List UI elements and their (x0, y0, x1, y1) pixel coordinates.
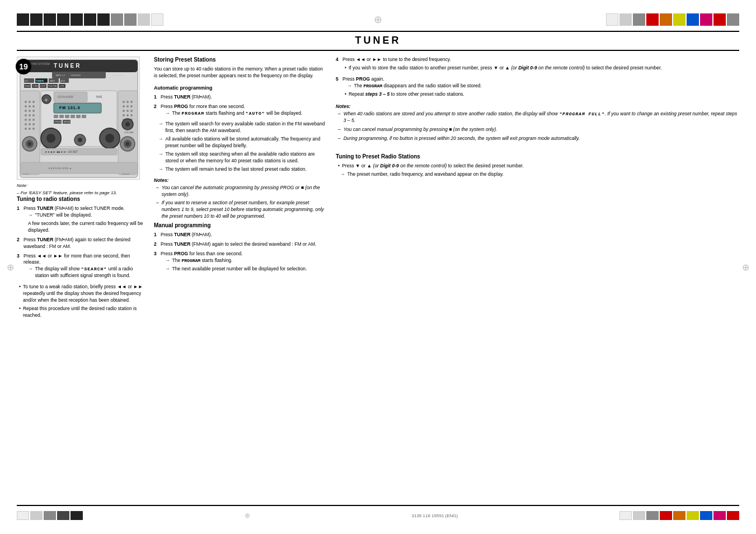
device-svg: MINI HiFi SYSTEM TUNER CD 1-2-3 FM-AM TA… (17, 57, 140, 180)
top-decoration: ⊕ (17, 11, 739, 28)
auto-arrow-2: → All available radio stations will be s… (154, 136, 327, 149)
svg-text:AUX: AUX (60, 79, 65, 82)
svg-text:TUNER: TUNER (54, 63, 81, 69)
svg-point-48 (29, 128, 31, 130)
svg-point-29 (25, 101, 27, 103)
svg-text:▼  A.VOL  EQ  LEVEL  ▲: ▼ A.VOL EQ LEVEL ▲ (48, 167, 72, 170)
svg-point-54 (123, 105, 125, 107)
decor-block (84, 13, 96, 26)
svg-text:FM 101.0: FM 101.0 (59, 106, 81, 110)
svg-point-31 (32, 101, 35, 103)
svg-text:⏻: ⏻ (45, 98, 48, 101)
manual-notes-label: Notes: (336, 104, 739, 109)
top-left-blocks (17, 13, 163, 26)
page-title: TUNER (17, 35, 739, 51)
auto-step-arrow: → The PROGRAM starts flashing and "AUTO"… (161, 110, 302, 117)
tuning-step-2: 2 Press TUNER (FM•AM) again to select th… (17, 237, 145, 250)
tuning-steps-list: 1 Press TUNER (FM•AM) to select TUNER mo… (17, 205, 145, 281)
tuning-heading: Tuning to radio stations (17, 196, 145, 202)
decor-block (633, 13, 645, 26)
svg-point-40 (32, 114, 35, 116)
svg-point-53 (130, 101, 133, 103)
device-image: MINI HiFi SYSTEM TUNER CD 1-2-3 FM-AM TA… (17, 57, 140, 180)
footer-line (17, 505, 739, 506)
decor-block (700, 511, 712, 520)
auto-arrow-1: → The system will search for every avail… (154, 121, 327, 134)
manual-prog-heading: Manual programming (154, 222, 327, 228)
svg-rect-79 (82, 115, 86, 118)
svg-text:SEARCH: SEARCH (25, 85, 33, 87)
tuning-step-1: 1 Press TUNER (FM•AM) to select TUNER mo… (17, 205, 145, 234)
svg-rect-76 (65, 115, 69, 118)
svg-point-61 (126, 114, 129, 116)
svg-text:C.PR: C.PR (59, 85, 64, 87)
svg-point-44 (25, 123, 27, 125)
bottom-left-blocks (17, 511, 83, 520)
manual-step-4: 4 Press ◄◄ or ►► to tune to the desired … (336, 57, 739, 73)
manual-arrow-2: → The next available preset number will … (161, 266, 307, 273)
svg-text:STOP: STOP (40, 85, 46, 87)
auto-prog-heading: Automatic programming (154, 85, 327, 91)
notes-label: Notes: (154, 177, 327, 183)
svg-point-49 (32, 128, 35, 130)
manual-step-5-arrow: → The PROGRAM disappears and the radio s… (342, 83, 482, 90)
decor-block (71, 511, 83, 520)
svg-text:MODE: MODE (64, 120, 71, 123)
storing-heading: Storing Preset Stations (154, 57, 327, 63)
preset-bullet: • Press ▼ or ▲ (or Digit 0-9 on the remo… (336, 163, 739, 170)
svg-rect-103 (20, 162, 138, 174)
decor-block (727, 13, 739, 26)
decor-block (727, 511, 739, 520)
decor-block (606, 13, 618, 26)
svg-point-47 (25, 128, 27, 130)
step-num: 3 (17, 253, 21, 282)
svg-point-89 (78, 138, 82, 142)
svg-point-34 (32, 105, 35, 107)
note-section: Note: – For 'EASY SET' feature, please r… (17, 183, 145, 196)
svg-point-37 (32, 110, 35, 112)
svg-text:VOLUME: VOLUME (111, 73, 124, 77)
top-right-blocks (606, 13, 739, 26)
svg-text:CD PLAYER: CD PLAYER (58, 95, 73, 99)
step-num: 1 (17, 205, 21, 234)
svg-text:TAPE 1-2: TAPE 1-2 (55, 74, 65, 77)
page-ref: 3139 116 19591 (ENG) (412, 513, 458, 518)
auto-arrow-3: → The system will stop searching when al… (154, 151, 327, 165)
right-reg-mark: ⊕ (742, 262, 749, 273)
decor-block (687, 511, 699, 520)
decor-block (138, 13, 150, 26)
page: ⊕ 19 TUNER (0, 0, 756, 534)
svg-text:TAPE: TAPE (49, 79, 55, 82)
manual-step-2: 2 Press TUNER (FM•AM) again to select th… (154, 241, 327, 248)
auto-arrow-4: → The system will remain tuned to the la… (154, 166, 327, 173)
manual-cont-steps: 4 Press ◄◄ or ►► to tune to the desired … (336, 57, 739, 99)
decor-block (44, 511, 56, 520)
svg-point-56 (130, 105, 133, 107)
manual-note-3: – During programming, if no button is pr… (336, 135, 739, 142)
auto-prog-notes: Notes: – You can cancel the automatic pr… (154, 177, 327, 220)
svg-text:CD 1-2-3: CD 1-2-3 (24, 74, 34, 77)
storing-section: Storing Preset Stations You can store up… (154, 57, 327, 173)
auto-note-2: – If you want to reserve a section of pr… (154, 200, 327, 220)
svg-point-62 (130, 114, 133, 116)
svg-point-32 (25, 105, 27, 107)
decor-block (646, 13, 659, 26)
manual-step-5: 5 Press PROG again. → The PROGRAM disapp… (336, 76, 739, 100)
decor-block (17, 511, 29, 520)
note-text: – For 'EASY SET' feature, please refer t… (17, 190, 145, 196)
svg-text:FM-AM: FM-AM (41, 74, 49, 77)
tuning-bullet-1: • To tune to a weak radio station, brief… (17, 284, 145, 304)
svg-point-57 (123, 110, 125, 112)
svg-rect-78 (76, 115, 81, 118)
step-content: Press TUNER (FM•AM) again to select the … (24, 237, 145, 250)
compass-bottom-icon: ⊕ (245, 512, 250, 519)
step-arrow: → "TUNER" will be displayed. (24, 212, 145, 219)
decor-block (71, 13, 83, 26)
svg-text:◄◄  ■  ►  ■■  ►►  +10  SET: ◄◄ ■ ► ■■ ►► +10 SET (44, 150, 78, 153)
preset-arrow: → The preset number, radio frequency, an… (336, 171, 739, 178)
tuning-step-3: 3 Press ◄◄ or ►► for more than one secon… (17, 253, 145, 282)
svg-point-38 (25, 114, 27, 116)
svg-point-43 (32, 119, 35, 121)
tuning-bullet-2: • Repeat this procedure until the desire… (17, 306, 145, 319)
svg-point-39 (29, 114, 31, 116)
